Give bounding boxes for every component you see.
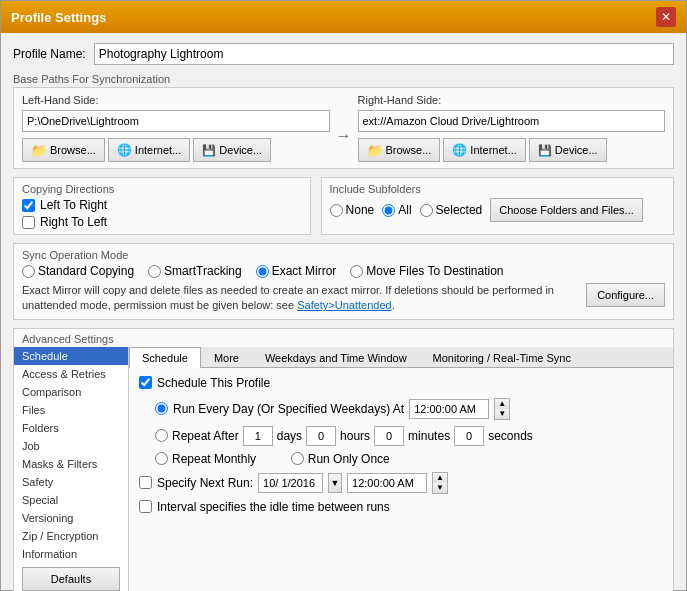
run-only-once-radio[interactable]: [291, 452, 304, 465]
nav-item-schedule[interactable]: Schedule: [14, 347, 128, 365]
configure-button[interactable]: Configure...: [586, 283, 665, 307]
seconds-input[interactable]: [454, 426, 484, 446]
right-browse-button[interactable]: 📁 Browse...: [358, 138, 441, 162]
tabs-row: Schedule More Weekdays and Time Window M…: [129, 347, 673, 368]
run-every-day-row: Run Every Day (Or Specified Weekdays) At…: [139, 398, 663, 420]
date-dropdown-button[interactable]: ▼: [328, 473, 342, 493]
schedule-this-profile-checkbox[interactable]: [139, 376, 152, 389]
right-device-button[interactable]: 💾 Device...: [529, 138, 607, 162]
safety-link[interactable]: Safety>Unattended: [297, 299, 392, 311]
copying-directions-section: Copying Directions Left To Right Right T…: [13, 177, 311, 235]
nav-item-masks-filters[interactable]: Masks & Filters: [14, 455, 128, 473]
specify-spin-down[interactable]: ▼: [433, 483, 447, 493]
standard-copying-radio[interactable]: [22, 265, 35, 278]
choose-folders-button[interactable]: Choose Folders and Files...: [490, 198, 643, 222]
sync-info-row: Exact Mirror will copy and delete files …: [22, 283, 665, 314]
dialog-body: Profile Name: Base Paths For Synchroniza…: [1, 33, 686, 591]
tab-weekdays[interactable]: Weekdays and Time Window: [252, 347, 420, 368]
left-to-right-checkbox[interactable]: [22, 199, 35, 212]
date-input[interactable]: [258, 473, 323, 493]
right-side-label: Right-Hand Side:: [358, 94, 666, 106]
paths-row: Left-Hand Side: 📁 Browse... 🌐 Internet..…: [22, 94, 665, 162]
tab-more[interactable]: More: [201, 347, 252, 368]
run-time-input[interactable]: [409, 399, 489, 419]
schedule-tab-content: Schedule This Profile Run Every Day (Or …: [129, 368, 673, 591]
right-to-left-row: Right To Left: [22, 215, 302, 229]
seconds-label: seconds: [488, 429, 533, 443]
right-to-left-checkbox[interactable]: [22, 216, 35, 229]
sync-mode-section: Sync Operation Mode Standard Copying Sma…: [13, 243, 674, 320]
folder-icon: 📁: [31, 143, 47, 158]
left-device-button[interactable]: 💾 Device...: [193, 138, 271, 162]
time-spin-button[interactable]: ▲ ▼: [494, 398, 510, 420]
repeat-monthly-label: Repeat Monthly: [172, 452, 256, 466]
nav-item-safety[interactable]: Safety: [14, 473, 128, 491]
nav-item-information[interactable]: Information: [14, 545, 128, 563]
left-internet-button[interactable]: 🌐 Internet...: [108, 138, 190, 162]
defaults-button[interactable]: Defaults: [22, 567, 120, 591]
spin-down[interactable]: ▼: [495, 409, 509, 419]
idle-checkbox[interactable]: [139, 500, 152, 513]
sync-info-text: Exact Mirror will copy and delete files …: [22, 283, 578, 314]
dialog-title: Profile Settings: [11, 10, 106, 25]
none-radio[interactable]: [330, 204, 343, 217]
profile-name-row: Profile Name:: [13, 43, 674, 65]
schedule-this-profile-label: Schedule This Profile: [157, 376, 270, 390]
nav-item-job[interactable]: Job: [14, 437, 128, 455]
minutes-input[interactable]: [374, 426, 404, 446]
none-radio-item: None: [330, 203, 375, 217]
left-browse-button[interactable]: 📁 Browse...: [22, 138, 105, 162]
profile-name-input[interactable]: [94, 43, 674, 65]
repeat-monthly-row: Repeat Monthly Run Only Once: [139, 452, 663, 466]
copy-include-row: Copying Directions Left To Right Right T…: [13, 177, 674, 235]
selected-radio-item: Selected: [420, 203, 483, 217]
all-radio-item: All: [382, 203, 411, 217]
specify-next-run-checkbox[interactable]: [139, 476, 152, 489]
exact-mirror-label: Exact Mirror: [272, 264, 337, 278]
nav-item-comparison[interactable]: Comparison: [14, 383, 128, 401]
smart-tracking-item: SmartTracking: [148, 264, 242, 278]
repeat-monthly-radio[interactable]: [155, 452, 168, 465]
exact-mirror-radio[interactable]: [256, 265, 269, 278]
left-to-right-label: Left To Right: [40, 198, 107, 212]
right-internet-button[interactable]: 🌐 Internet...: [443, 138, 525, 162]
tab-schedule[interactable]: Schedule: [129, 347, 201, 368]
nav-item-files[interactable]: Files: [14, 401, 128, 419]
specify-time-spin[interactable]: ▲ ▼: [432, 472, 448, 494]
spin-up[interactable]: ▲: [495, 399, 509, 409]
nav-item-access-retries[interactable]: Access & Retries: [14, 365, 128, 383]
specify-spin-up[interactable]: ▲: [433, 473, 447, 483]
sync-mode-title: Sync Operation Mode: [22, 249, 665, 261]
repeat-after-radio[interactable]: [155, 429, 168, 442]
nav-item-special[interactable]: Special: [14, 491, 128, 509]
base-paths-title: Base Paths For Synchronization: [13, 73, 674, 85]
all-radio[interactable]: [382, 204, 395, 217]
profile-settings-dialog: Profile Settings ✕ Profile Name: Base Pa…: [0, 0, 687, 591]
left-path-input[interactable]: [22, 110, 330, 132]
run-every-day-radio[interactable]: [155, 402, 168, 415]
hours-input[interactable]: [306, 426, 336, 446]
selected-radio[interactable]: [420, 204, 433, 217]
close-button[interactable]: ✕: [656, 7, 676, 27]
idle-row: Interval specifies the idle time between…: [139, 500, 663, 514]
specify-time-input[interactable]: [347, 473, 427, 493]
nav-item-folders[interactable]: Folders: [14, 419, 128, 437]
include-subfolders-title: Include Subfolders: [330, 183, 665, 195]
days-input[interactable]: [243, 426, 273, 446]
all-label: All: [398, 203, 411, 217]
include-subfolders-radios: None All Selected Choose Folders and Fil…: [330, 198, 665, 222]
move-files-radio[interactable]: [350, 265, 363, 278]
move-files-label: Move Files To Destination: [366, 264, 503, 278]
exact-mirror-item: Exact Mirror: [256, 264, 337, 278]
tab-monitoring[interactable]: Monitoring / Real-Time Sync: [420, 347, 584, 368]
standard-copying-label: Standard Copying: [38, 264, 134, 278]
specify-next-run-label: Specify Next Run:: [157, 476, 253, 490]
right-path-group: Right-Hand Side: 📁 Browse... 🌐 Internet.…: [358, 94, 666, 162]
nav-item-versioning[interactable]: Versioning: [14, 509, 128, 527]
nav-item-zip-encryption[interactable]: Zip / Encryption: [14, 527, 128, 545]
arrow-divider: →: [336, 111, 352, 145]
advanced-settings-section: Advanced Settings Schedule Access & Retr…: [13, 328, 674, 591]
left-nav: Schedule Access & Retries Comparison Fil…: [14, 347, 129, 591]
right-path-input[interactable]: [358, 110, 666, 132]
smart-tracking-radio[interactable]: [148, 265, 161, 278]
